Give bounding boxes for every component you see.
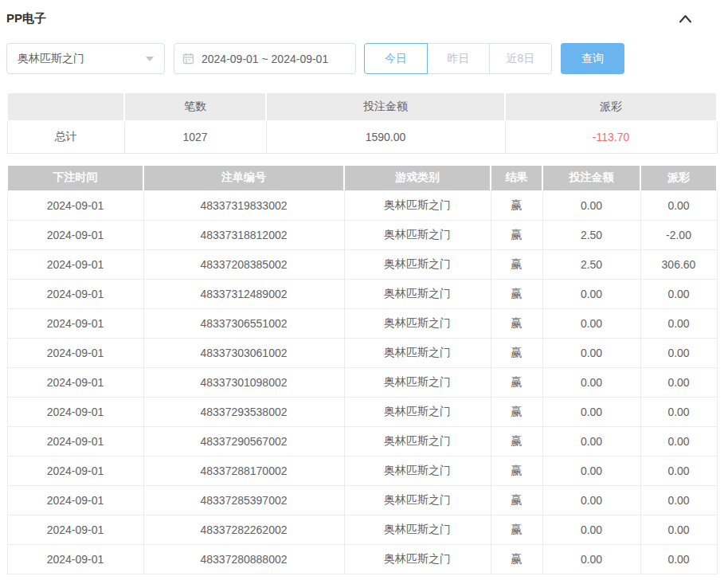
col-game-category: 游戏类别 (344, 165, 491, 191)
cell-game-category: 奥林匹斯之门 (344, 427, 491, 457)
cell-result: 赢 (491, 398, 542, 427)
cell-order-number: 48337285397002 (143, 486, 344, 515)
cell-result: 赢 (491, 545, 542, 574)
cell-order-number: 48337280888002 (143, 545, 344, 574)
cell-bet-time: 2024-09-01 (7, 427, 143, 457)
summary-total-payout: -113.70 (505, 121, 717, 153)
summary-total-label: 总计 (7, 121, 124, 153)
cell-payout: -2.00 (640, 221, 717, 250)
summary-total-count: 1027 (124, 121, 266, 153)
cell-payout: 0.00 (640, 309, 717, 339)
bet-table: 下注时间 注单编号 游戏类别 结果 投注金额 派彩 2024-09-01 483… (6, 164, 718, 575)
collapse-button[interactable] (677, 13, 694, 25)
cell-result: 赢 (491, 250, 542, 280)
cell-game-category: 奥林匹斯之门 (344, 339, 491, 368)
cell-bet-amount: 0.00 (542, 339, 640, 368)
cell-bet-time: 2024-09-01 (7, 486, 143, 515)
summary-header-payout: 派彩 (505, 92, 717, 121)
cell-payout: 0.00 (640, 398, 717, 427)
yesterday-button[interactable]: 昨日 (427, 43, 490, 74)
cell-bet-time: 2024-09-01 (7, 339, 143, 368)
col-order-number: 注单编号 (143, 165, 344, 191)
table-row: 2024-09-01 48337319833002 奥林匹斯之门 赢 0.00 … (7, 191, 717, 221)
cell-payout: 306.60 (640, 250, 717, 280)
cell-payout: 0.00 (640, 280, 717, 309)
cell-payout: 0.00 (640, 368, 717, 398)
summary-total-row: 总计 1027 1590.00 -113.70 (7, 121, 717, 153)
cell-order-number: 48337282262002 (143, 515, 344, 545)
cell-bet-time: 2024-09-01 (7, 368, 143, 398)
cell-bet-time: 2024-09-01 (7, 250, 143, 280)
cell-game-category: 奥林匹斯之门 (344, 486, 491, 515)
table-row: 2024-09-01 48337285397002 奥林匹斯之门 赢 0.00 … (7, 486, 717, 515)
chevron-down-icon (146, 57, 154, 61)
summary-total-bet-amount: 1590.00 (266, 121, 505, 153)
cell-order-number: 48337290567002 (143, 427, 344, 457)
quick-range-group: 今日 昨日 近8日 (364, 43, 552, 74)
cell-bet-time: 2024-09-01 (7, 221, 143, 250)
cell-payout: 0.00 (640, 427, 717, 457)
cell-payout: 0.00 (640, 515, 717, 545)
cell-bet-amount: 0.00 (542, 427, 640, 457)
cell-result: 赢 (491, 515, 542, 545)
col-bet-time: 下注时间 (7, 165, 143, 191)
cell-result: 赢 (491, 486, 542, 515)
cell-payout: 0.00 (640, 545, 717, 574)
cell-order-number: 48337318812002 (143, 221, 344, 250)
today-button[interactable]: 今日 (364, 43, 428, 74)
table-row: 2024-09-01 48337306551002 奥林匹斯之门 赢 0.00 … (7, 309, 717, 339)
cell-order-number: 48337303061002 (143, 339, 344, 368)
cell-bet-amount: 0.00 (542, 280, 640, 309)
date-range-picker[interactable]: 2024-09-01 ~ 2024-09-01 (174, 43, 356, 74)
cell-game-category: 奥林匹斯之门 (344, 398, 491, 427)
cell-order-number: 48337208385002 (143, 250, 344, 280)
table-row: 2024-09-01 48337288170002 奥林匹斯之门 赢 0.00 … (7, 457, 717, 486)
cell-order-number: 48337306551002 (143, 309, 344, 339)
cell-bet-amount: 2.50 (542, 250, 640, 280)
cell-payout: 0.00 (640, 457, 717, 486)
col-result: 结果 (491, 165, 542, 191)
page-title: PP电子 (6, 11, 46, 26)
filter-bar: 奥林匹斯之门 2024-09-01 ~ 2024-09-01 今日 昨日 近 (6, 43, 718, 74)
summary-header-count: 笔数 (124, 92, 266, 121)
table-row: 2024-09-01 48337318812002 奥林匹斯之门 赢 2.50 … (7, 221, 717, 250)
cell-game-category: 奥林匹斯之门 (344, 545, 491, 574)
cell-game-category: 奥林匹斯之门 (344, 280, 491, 309)
col-payout: 派彩 (640, 165, 717, 191)
query-button[interactable]: 查询 (561, 43, 624, 74)
cell-result: 赢 (491, 368, 542, 398)
cell-bet-time: 2024-09-01 (7, 280, 143, 309)
last-8-days-button[interactable]: 近8日 (489, 43, 552, 74)
table-row: 2024-09-01 48337282262002 奥林匹斯之门 赢 0.00 … (7, 515, 717, 545)
summary-table: 笔数 投注金额 派彩 总计 1027 1590.00 -113.70 (6, 92, 718, 154)
cell-order-number: 48337301098002 (143, 368, 344, 398)
cell-bet-time: 2024-09-01 (7, 545, 143, 574)
game-select-value: 奥林匹斯之门 (18, 52, 84, 66)
cell-bet-amount: 0.00 (542, 368, 640, 398)
table-row: 2024-09-01 48337280888002 奥林匹斯之门 赢 0.00 … (7, 545, 717, 574)
pp-panel: PP电子 奥林匹斯之门 2 (0, 0, 724, 574)
cell-game-category: 奥林匹斯之门 (344, 309, 491, 339)
summary-header-blank (7, 92, 124, 121)
col-bet-amount: 投注金额 (542, 165, 640, 191)
cell-payout: 0.00 (640, 191, 717, 221)
cell-result: 赢 (491, 221, 542, 250)
cell-bet-amount: 0.00 (542, 545, 640, 574)
cell-payout: 0.00 (640, 486, 717, 515)
bet-table-header-row: 下注时间 注单编号 游戏类别 结果 投注金额 派彩 (7, 165, 717, 191)
table-row: 2024-09-01 48337312489002 奥林匹斯之门 赢 0.00 … (7, 280, 717, 309)
cell-bet-time: 2024-09-01 (7, 398, 143, 427)
cell-order-number: 48337312489002 (143, 280, 344, 309)
cell-bet-amount: 0.00 (542, 309, 640, 339)
cell-result: 赢 (491, 339, 542, 368)
cell-game-category: 奥林匹斯之门 (344, 191, 491, 221)
cell-order-number: 48337293538002 (143, 398, 344, 427)
game-select[interactable]: 奥林匹斯之门 (6, 43, 165, 74)
cell-result: 赢 (491, 309, 542, 339)
cell-game-category: 奥林匹斯之门 (344, 515, 491, 545)
cell-game-category: 奥林匹斯之门 (344, 250, 491, 280)
table-row: 2024-09-01 48337208385002 奥林匹斯之门 赢 2.50 … (7, 250, 717, 280)
cell-result: 赢 (491, 457, 542, 486)
cell-payout: 0.00 (640, 339, 717, 368)
cell-result: 赢 (491, 191, 542, 221)
